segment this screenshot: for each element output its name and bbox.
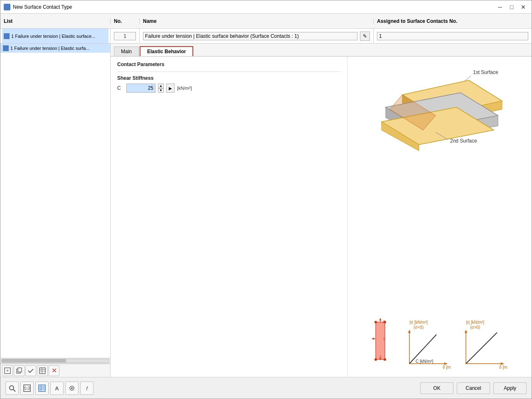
minimize-button[interactable]: ─: [495, 3, 505, 11]
sigma-tau-svg: σ τ: [372, 318, 394, 364]
horizontal-scrollbar[interactable]: [0, 358, 110, 364]
list-item-selected[interactable]: 1 Failure under tension | Elastic surfac…: [2, 29, 108, 43]
column-headers: List No. Name Assigned to Surface Contac…: [0, 14, 532, 29]
app-icon: [4, 4, 10, 10]
svg-line-53: [13, 389, 15, 392]
svg-point-33: [374, 358, 377, 361]
main-window: New Surface Contact Type ─ □ ✕ List No. …: [0, 0, 532, 399]
c-increment[interactable]: ▲: [158, 84, 164, 88]
c-expand-button[interactable]: ▶: [166, 84, 175, 93]
name-column-header: Name: [140, 18, 374, 24]
delete-button[interactable]: ✕: [49, 365, 59, 376]
left-item-text: 1 Failure under tension | Elastic surfa.…: [10, 46, 90, 51]
c-label: C: [117, 85, 124, 91]
title-bar: New Surface Contact Type ─ □ ✕: [0, 0, 532, 14]
name-input[interactable]: [143, 32, 357, 40]
surface-3d-diagram: 1st Surface: [352, 62, 527, 153]
numeric-button[interactable]: 0.0: [20, 382, 34, 395]
svg-point-31: [374, 321, 377, 323]
svg-point-32: [384, 321, 386, 323]
close-button[interactable]: ✕: [518, 3, 528, 11]
c-spinner: ▲ ▼: [158, 84, 164, 93]
svg-rect-4: [39, 368, 45, 374]
svg-text:0.0: 0.0: [24, 386, 30, 391]
edit-name-button[interactable]: ✎: [360, 32, 370, 41]
svg-text:δ [m]: δ [m]: [443, 365, 451, 369]
c-param-row: C ▲ ▼ ▶ [kN/m³]: [117, 84, 340, 93]
graph-sigma-neg: |τ| [kN/m²] (σ<0): [401, 318, 451, 372]
svg-text:f: f: [86, 385, 88, 392]
c-decrement[interactable]: ▼: [158, 88, 164, 93]
no-cell: [111, 29, 140, 43]
contact-params-title: Contact Parameters: [117, 62, 340, 67]
text-button[interactable]: A: [50, 382, 64, 395]
svg-text:(σ<0): (σ<0): [414, 325, 424, 330]
list-cell: 1 Failure under tension | Elastic surfac…: [0, 29, 111, 43]
search-button[interactable]: [5, 382, 19, 395]
assigned-input[interactable]: [377, 32, 528, 40]
tab-right-diagram: 1st Surface: [347, 57, 532, 377]
copy-button[interactable]: [14, 365, 25, 376]
svg-text:+: +: [6, 368, 9, 374]
graph-neg-svg: |τ| [kN/m²] (σ<0): [401, 318, 451, 372]
table-button[interactable]: [37, 365, 48, 376]
svg-point-62: [71, 387, 73, 389]
stress-diagrams: σ τ: [367, 318, 512, 372]
sigma-tau-diagram: σ τ: [372, 318, 394, 364]
view-button[interactable]: [65, 382, 79, 395]
graph-sigma-pos: |τ| [kN/m²] (σ>0): [458, 318, 507, 372]
shear-stiffness-title: Shear Stiffness: [117, 75, 340, 81]
left-item-icon: [3, 45, 9, 51]
assigned-cell: [374, 29, 532, 43]
svg-rect-56: [39, 385, 45, 392]
svg-line-50: [466, 332, 497, 364]
window-controls: ─ □ ✕: [495, 3, 528, 11]
list-column-header: List: [0, 18, 111, 24]
scroll-track: [1, 359, 109, 363]
assigned-column-header: Assigned to Surface Contacts No.: [374, 18, 532, 24]
left-panel: 1 Failure under tension | Elastic surfa.…: [0, 44, 111, 377]
ok-button[interactable]: OK: [420, 382, 453, 394]
svg-text:|τ| [kN/m²]: |τ| [kN/m²]: [409, 320, 428, 325]
svg-text:C [kN/m³]: C [kN/m³]: [416, 359, 433, 364]
no-input[interactable]: [114, 32, 136, 40]
left-toolbar: + ✕: [0, 364, 110, 377]
svg-marker-47: [465, 330, 467, 333]
formula-button[interactable]: f: [80, 382, 94, 395]
main-area: 1 Failure under tension | Elastic surfa.…: [0, 44, 532, 377]
maximize-button[interactable]: □: [507, 3, 517, 11]
svg-text:(σ>0): (σ>0): [470, 325, 480, 330]
svg-text:δ [m]: δ [m]: [499, 365, 507, 369]
svg-rect-3: [18, 368, 22, 372]
tabs-row: Main Elastic Behavior: [111, 44, 532, 56]
c-unit: [kN/m³]: [177, 86, 192, 91]
apply-button[interactable]: Apply: [493, 382, 527, 394]
bottom-bar: 0.0 A f OK Cancel Apply: [0, 377, 532, 399]
svg-point-52: [10, 386, 14, 390]
table2-button[interactable]: [35, 382, 49, 395]
cancel-button[interactable]: Cancel: [457, 382, 490, 394]
tab-main[interactable]: Main: [114, 47, 139, 56]
bottom-left-icons: 0.0 A f: [5, 382, 420, 395]
surface2-label: 2nd Surface: [450, 138, 477, 144]
list-item[interactable]: 1 Failure under tension | Elastic surfa.…: [0, 44, 110, 53]
tab-elastic[interactable]: Elastic Behavior: [140, 46, 193, 56]
svg-marker-29: [372, 337, 374, 340]
graph-pos-svg: |τ| [kN/m²] (σ>0): [458, 318, 507, 372]
surface1-label: 1st Surface: [473, 69, 498, 75]
no-column-header: No.: [111, 18, 140, 24]
add-button[interactable]: +: [2, 365, 13, 376]
window-title: New Surface Contact Type: [13, 4, 495, 10]
bottom-buttons: OK Cancel Apply: [420, 382, 527, 394]
svg-text:|τ| [kN/m²]: |τ| [kN/m²]: [466, 320, 484, 325]
svg-text:A: A: [55, 385, 59, 392]
tab-content: Contact Parameters Shear Stiffness C ▲ ▼…: [111, 56, 532, 377]
list-item-icon: [4, 33, 10, 39]
list-item-text: 1 Failure under tension | Elastic surfac…: [11, 34, 95, 39]
svg-marker-24: [379, 318, 382, 320]
tab-left-content: Contact Parameters Shear Stiffness C ▲ ▼…: [111, 57, 347, 377]
c-input[interactable]: [126, 84, 155, 93]
right-panel: Main Elastic Behavior Contact Parameters…: [111, 44, 532, 377]
left-list-content: 1 Failure under tension | Elastic surfa.…: [0, 44, 110, 358]
check-button[interactable]: [25, 365, 36, 376]
